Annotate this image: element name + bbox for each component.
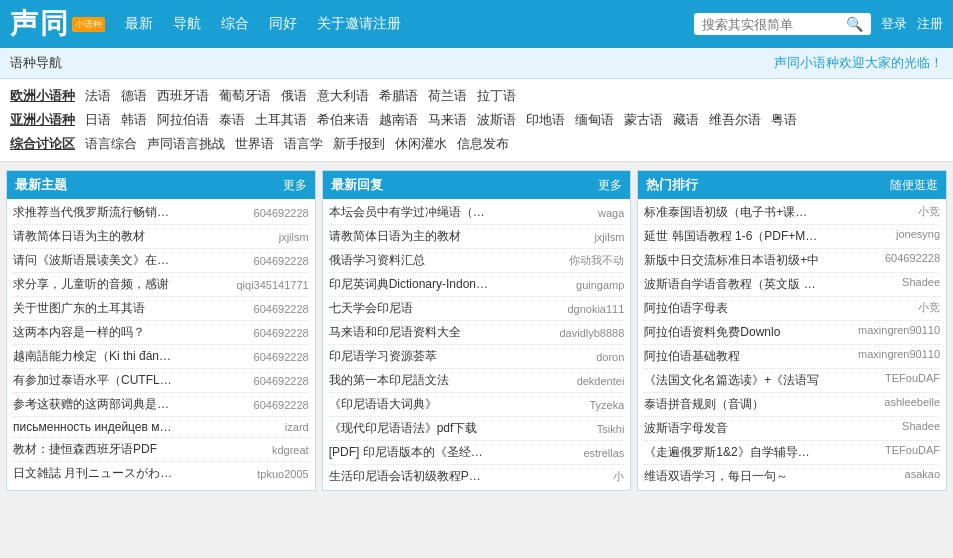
cat-item-info[interactable]: 信息发布 bbox=[457, 135, 509, 153]
cat-item-de[interactable]: 德语 bbox=[121, 87, 147, 105]
hot-item-user: asakao bbox=[860, 468, 940, 485]
hot-item-title[interactable]: 泰语拼音规则（音调） bbox=[644, 396, 819, 413]
cat-title-asia[interactable]: 亚洲小语种 bbox=[10, 111, 75, 129]
list-item-title[interactable]: 求推荐当代俄罗斯流行畅销俄语小 bbox=[13, 204, 173, 221]
cat-item-nl[interactable]: 荷兰语 bbox=[428, 87, 467, 105]
cat-item-mn[interactable]: 蒙古语 bbox=[624, 111, 663, 129]
hot-item-title[interactable]: 波斯语字母发音 bbox=[644, 420, 819, 437]
list-item-title[interactable]: 本坛会员中有学过冲绳语（琉球语中央 bbox=[329, 204, 489, 221]
cat-item-he[interactable]: 希伯来语 bbox=[317, 111, 369, 129]
hot-item: 泰语拼音规则（音调）ashleebelle bbox=[644, 393, 940, 417]
cat-item-fa[interactable]: 波斯语 bbox=[477, 111, 516, 129]
list-item-title[interactable]: 日文雑誌 月刊ニュースがわかる・ bbox=[13, 465, 173, 482]
list-item-title[interactable]: 生活印尼语会话初级教程PDF电子书 bbox=[329, 468, 489, 485]
cat-row-europe: 欧洲小语种 法语 德语 西班牙语 葡萄牙语 俄语 意大利语 希腊语 荷兰语 拉丁… bbox=[10, 87, 943, 105]
hot-item-title[interactable]: 阿拉伯语基础教程 bbox=[644, 348, 819, 365]
nav-invite[interactable]: 关于邀请注册 bbox=[317, 15, 401, 33]
logo-text[interactable]: 声同 bbox=[10, 5, 70, 43]
cat-item-my[interactable]: 缅甸语 bbox=[575, 111, 614, 129]
cat-title-general[interactable]: 综合讨论区 bbox=[10, 135, 75, 153]
col-hot-more[interactable]: 随便逛逛 bbox=[890, 177, 938, 194]
cat-title-europe[interactable]: 欧洲小语种 bbox=[10, 87, 75, 105]
cat-item-hi[interactable]: 印地语 bbox=[526, 111, 565, 129]
search-icon[interactable]: 🔍 bbox=[846, 16, 863, 32]
col-reply-more[interactable]: 更多 bbox=[598, 177, 622, 194]
cat-item-vi[interactable]: 越南语 bbox=[379, 111, 418, 129]
hot-item-title[interactable]: 标准泰国语初级（电子书+课程mp3下载） bbox=[644, 204, 819, 221]
list-item-title[interactable]: 这两本内容是一样的吗？ bbox=[13, 324, 173, 341]
list-item-title[interactable]: 关于世图广东的土耳其语 bbox=[13, 300, 173, 317]
nav-general[interactable]: 综合 bbox=[221, 15, 249, 33]
list-item-title[interactable]: 七天学会印尼语 bbox=[329, 300, 489, 317]
list-item-title[interactable]: 有参加过泰语水平（CUTFL）考试 bbox=[13, 372, 173, 389]
cat-item-es[interactable]: 西班牙语 bbox=[157, 87, 209, 105]
list-item-title[interactable]: 求分享，儿童听的音频，感谢 bbox=[13, 276, 173, 293]
cat-item-la[interactable]: 拉丁语 bbox=[477, 87, 516, 105]
cat-item-ko[interactable]: 韩语 bbox=[121, 111, 147, 129]
list-item-title[interactable]: 请教简体日语为主的教材 bbox=[329, 228, 489, 245]
list-item-user: estrellas bbox=[554, 447, 624, 459]
list-item-user: kdgreat bbox=[239, 444, 309, 456]
cat-item-ja[interactable]: 日语 bbox=[85, 111, 111, 129]
cat-item-lang-general[interactable]: 语言综合 bbox=[85, 135, 137, 153]
cat-item-linguistics[interactable]: 语言学 bbox=[284, 135, 323, 153]
list-item-title[interactable]: 参考这获赠的这两部词典是哪两 bbox=[13, 396, 173, 413]
list-item-title[interactable]: 我的第一本印尼語文法 bbox=[329, 372, 489, 389]
list-item-title[interactable]: 请教简体日语为主的教材 bbox=[13, 228, 173, 245]
nav-guide[interactable]: 导航 bbox=[173, 15, 201, 33]
cat-item-fr[interactable]: 法语 bbox=[85, 87, 111, 105]
cat-item-ar[interactable]: 阿拉伯语 bbox=[157, 111, 209, 129]
list-item: 俄语学习资料汇总你动我不动 bbox=[329, 249, 625, 273]
col-hot-body: 标准泰国语初级（电子书+课程mp3下载）小竞延世 韩国语教程 1-6（PDF+M… bbox=[638, 199, 946, 490]
hot-item-title[interactable]: 《走遍俄罗斯1&2》自学辅导用书 bbox=[644, 444, 819, 461]
cat-item-challenge[interactable]: 声同语言挑战 bbox=[147, 135, 225, 153]
list-item-title[interactable]: 教材：捷恒森西班牙语PDF bbox=[13, 441, 173, 458]
hot-item-user: maxingren90110 bbox=[858, 324, 940, 341]
cat-item-esperanto[interactable]: 世界语 bbox=[235, 135, 274, 153]
cat-item-pt[interactable]: 葡萄牙语 bbox=[219, 87, 271, 105]
list-item-title[interactable]: письменность индейцев майя bbox=[13, 420, 173, 434]
col-latest-more[interactable]: 更多 bbox=[283, 177, 307, 194]
cat-item-ru[interactable]: 俄语 bbox=[281, 87, 307, 105]
cat-item-ms[interactable]: 马来语 bbox=[428, 111, 467, 129]
hot-item-title[interactable]: 波斯语自学语音教程（英文版 PDF） bbox=[644, 276, 819, 293]
list-item-title[interactable]: 越南語能力検定（Ki thi đánh giá bbox=[13, 348, 173, 365]
cat-item-bo[interactable]: 藏语 bbox=[673, 111, 699, 129]
hot-item-title[interactable]: 延世 韩国语教程 1-6（PDF+MP3） bbox=[644, 228, 819, 245]
list-item-title[interactable]: [PDF] 印尼语版本的《圣经》电子书 bbox=[329, 444, 489, 461]
list-item-title[interactable]: 《印尼语语大词典》 bbox=[329, 396, 489, 413]
cat-item-lounge[interactable]: 休闲灌水 bbox=[395, 135, 447, 153]
cat-item-tr[interactable]: 土耳其语 bbox=[255, 111, 307, 129]
hot-item-title[interactable]: 维语双语学习，每日一句～ bbox=[644, 468, 819, 485]
logo-area: 声同 小语种 bbox=[10, 5, 105, 43]
list-item-title[interactable]: 《现代印尼语语法》pdf下载 bbox=[329, 420, 489, 437]
register-link[interactable]: 注册 bbox=[917, 15, 943, 33]
list-item-user: Tyzeka bbox=[554, 399, 624, 411]
hot-item: 波斯语自学语音教程（英文版 PDF）Shadee bbox=[644, 273, 940, 297]
login-link[interactable]: 登录 bbox=[881, 15, 907, 33]
hot-item-title[interactable]: 《法国文化名篇选读》+《法语写 bbox=[644, 372, 819, 389]
list-item-user: 604692228 bbox=[239, 399, 309, 411]
search-input[interactable] bbox=[702, 17, 842, 32]
nav-hobby[interactable]: 同好 bbox=[269, 15, 297, 33]
cat-item-newbie[interactable]: 新手报到 bbox=[333, 135, 385, 153]
list-item: 本坛会员中有学过冲绳语（琉球语中央waga bbox=[329, 201, 625, 225]
list-item-user: jxjilsm bbox=[239, 231, 309, 243]
hot-item: 阿拉伯语资料免费Downlomaxingren90110 bbox=[644, 321, 940, 345]
cat-item-it[interactable]: 意大利语 bbox=[317, 87, 369, 105]
hot-item-title[interactable]: 阿拉伯语资料免费Downlo bbox=[644, 324, 819, 341]
list-item-title[interactable]: 俄语学习资料汇总 bbox=[329, 252, 489, 269]
hot-item-user: 小竞 bbox=[860, 204, 940, 221]
list-item-title[interactable]: 印尼语学习资源荟萃 bbox=[329, 348, 489, 365]
nav-latest[interactable]: 最新 bbox=[125, 15, 153, 33]
cat-item-yue[interactable]: 粤语 bbox=[771, 111, 797, 129]
list-item: 教材：捷恒森西班牙语PDFkdgreat bbox=[13, 438, 309, 462]
hot-item-title[interactable]: 阿拉伯语字母表 bbox=[644, 300, 819, 317]
list-item-title[interactable]: 印尼英词典Dictionary-Indonesia bbox=[329, 276, 489, 293]
cat-item-th[interactable]: 泰语 bbox=[219, 111, 245, 129]
cat-item-el[interactable]: 希腊语 bbox=[379, 87, 418, 105]
cat-item-ug[interactable]: 维吾尔语 bbox=[709, 111, 761, 129]
hot-item-title[interactable]: 新版中日交流标准日本语初级+中 bbox=[644, 252, 819, 269]
list-item-title[interactable]: 请问《波斯语晨读美文》在哪购 bbox=[13, 252, 173, 269]
list-item-title[interactable]: 马来语和印尼语资料大全 bbox=[329, 324, 489, 341]
